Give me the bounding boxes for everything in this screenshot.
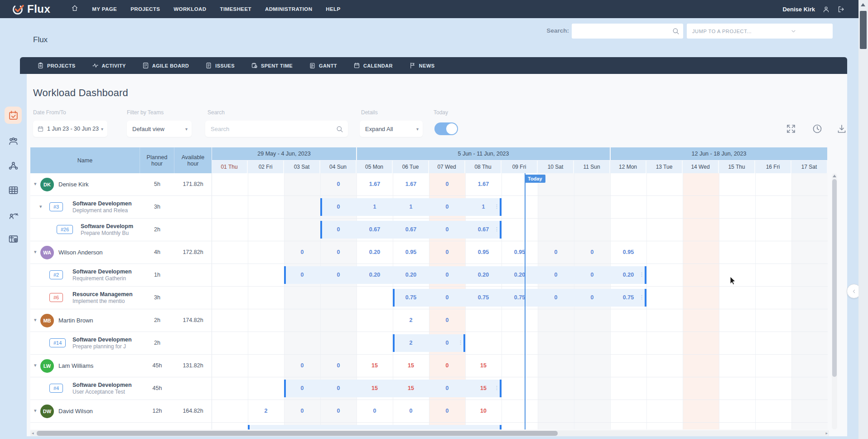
person-row[interactable]: ▾DWDavid Wilson12h164.82h20000010 bbox=[30, 400, 828, 423]
nav-item-projects[interactable]: PROJECTS bbox=[130, 6, 160, 12]
header-search-input[interactable] bbox=[572, 24, 683, 39]
tab-news[interactable]: NEWS bbox=[409, 62, 435, 69]
week-group-label: 12 Jun - 18 Jun, 2023 bbox=[692, 151, 747, 157]
day-hours-cell: 0 bbox=[284, 400, 320, 422]
available-hour-value: 164.82h bbox=[174, 400, 212, 422]
day-header-03-sat: 03 Sat bbox=[284, 161, 320, 173]
expand-caret[interactable]: ▾ bbox=[39, 204, 42, 210]
day-hours-cell: 0 bbox=[538, 264, 574, 286]
table-row-partial[interactable] bbox=[30, 423, 828, 429]
expand-caret[interactable]: ▾ bbox=[34, 317, 37, 323]
logged-in-user-name[interactable]: Denise Kirk bbox=[782, 6, 815, 13]
day-header-label: 11 Sun bbox=[583, 164, 600, 170]
table-vertical-scrollbar[interactable] bbox=[832, 173, 837, 429]
day-hours-cell: 1 bbox=[357, 196, 393, 218]
nav-item-timesheet[interactable]: TIMESHEET bbox=[220, 6, 251, 12]
teams-icon bbox=[8, 136, 19, 147]
scroll-right-arrow-icon[interactable]: ▸ bbox=[825, 430, 828, 436]
nav-item-help[interactable]: HELP bbox=[326, 6, 340, 12]
day-header-label: 07 Wed bbox=[437, 164, 456, 170]
task-project-name: Resource Managemen bbox=[72, 291, 139, 298]
task-row[interactable]: #6Resource ManagemenImplement the mentio… bbox=[30, 287, 828, 309]
sidebar-item-table[interactable] bbox=[5, 181, 22, 199]
sidebar-item-project-structure[interactable] bbox=[5, 157, 22, 174]
workload-search-input[interactable] bbox=[205, 121, 348, 137]
teams-filter-select[interactable]: Default view ▾ bbox=[127, 121, 192, 137]
day-header-label: 13 Tue bbox=[656, 164, 673, 170]
day-hours-cell: 0.67 bbox=[357, 219, 393, 241]
allocation-bar[interactable] bbox=[248, 425, 502, 429]
avatar-initials: MB bbox=[43, 318, 51, 323]
tab-projects[interactable]: PROJECTS bbox=[37, 62, 76, 69]
flux-logo[interactable]: Flux bbox=[12, 3, 50, 15]
task-row[interactable]: #2Software DevelopmenRequirement Gatheri… bbox=[30, 264, 828, 287]
planned-hour-value: 45h bbox=[140, 355, 174, 377]
issue-badge[interactable]: #26 bbox=[57, 225, 73, 234]
expand-caret[interactable]: ▾ bbox=[34, 249, 37, 255]
task-title: Software DevelopmenRequirement Gatherin bbox=[72, 268, 139, 282]
day-hours-cell: 0 bbox=[393, 400, 429, 422]
horizontal-scrollbar-thumb[interactable] bbox=[37, 431, 558, 436]
tab-label: AGILE BOARD bbox=[152, 63, 189, 68]
tab-issues[interactable]: ISSUES bbox=[205, 62, 235, 69]
issue-badge[interactable]: #6 bbox=[49, 293, 63, 302]
day-hours-cell: 0.75 bbox=[393, 287, 429, 309]
day-hours-cell: 0.75 bbox=[610, 287, 646, 309]
sidebar-item-teams[interactable] bbox=[5, 132, 22, 150]
day-hours-cell: 0.20 bbox=[610, 264, 646, 286]
user-profile-icon[interactable] bbox=[822, 5, 830, 13]
issue-badge[interactable]: #2 bbox=[49, 270, 63, 279]
home-nav-button[interactable] bbox=[71, 5, 78, 14]
issue-badge[interactable]: #3 bbox=[49, 202, 63, 211]
task-row[interactable]: #14Software DevelopmenPrepare planning f… bbox=[30, 332, 828, 355]
tab-calendar[interactable]: CALENDAR bbox=[353, 62, 393, 69]
workload-search-field[interactable] bbox=[210, 125, 336, 133]
search-filter-label: Search bbox=[207, 109, 225, 116]
task-row[interactable]: #4Software DevelopmenUser Acceptance Tes… bbox=[30, 377, 828, 400]
issue-badge[interactable]: #14 bbox=[49, 338, 66, 347]
nav-item-my-page[interactable]: MY PAGE bbox=[92, 6, 117, 12]
jump-to-project-select[interactable]: JUMP TO A PROJECT... bbox=[687, 24, 833, 39]
news-icon bbox=[409, 62, 416, 69]
expand-caret[interactable]: ▾ bbox=[34, 408, 37, 414]
day-hours-cell: 0.20 bbox=[465, 264, 502, 286]
expand-caret[interactable]: ▾ bbox=[34, 181, 37, 187]
scroll-left-arrow-icon[interactable]: ◂ bbox=[32, 430, 34, 436]
browser-scrollbar[interactable] bbox=[858, 0, 868, 439]
task-subject: User Acceptance Test bbox=[72, 389, 139, 395]
fullscreen-icon[interactable] bbox=[786, 123, 796, 134]
download-icon[interactable] bbox=[836, 123, 847, 134]
details-select[interactable]: Expand All ▾ bbox=[360, 121, 423, 137]
task-subject: Deployment and Relea bbox=[72, 207, 139, 214]
scroll-up-arrow-icon[interactable] bbox=[833, 175, 836, 177]
vertical-scrollbar-thumb[interactable] bbox=[832, 179, 837, 377]
table-horizontal-scrollbar[interactable]: ◂ ▸ bbox=[30, 430, 829, 436]
day-header-label: 01 Thu bbox=[221, 164, 237, 170]
sidebar-item-workload-calendar[interactable] bbox=[5, 107, 22, 124]
sidebar-item-settings-table[interactable] bbox=[5, 230, 22, 247]
person-row[interactable]: ▾WAWilson Anderson4h172.82h000.200.9500.… bbox=[30, 241, 828, 264]
today-line bbox=[525, 173, 526, 429]
day-hours-cell: 0 bbox=[429, 219, 465, 241]
day-hours-cell: 0 bbox=[357, 400, 393, 422]
tab-gantt[interactable]: GANTT bbox=[309, 62, 337, 69]
tab-activity[interactable]: ACTIVITY bbox=[92, 62, 126, 69]
logout-icon[interactable] bbox=[837, 5, 845, 13]
person-row[interactable]: ▾DKDenise Kirk5h171.82h01.671.6701.67 bbox=[30, 173, 828, 196]
issue-badge[interactable]: #4 bbox=[49, 384, 63, 393]
today-toggle[interactable] bbox=[434, 122, 458, 135]
nav-item-administration[interactable]: ADMINISTRATION bbox=[265, 6, 312, 12]
person-row[interactable]: ▾MBMartin Brown2h174.82h20 bbox=[30, 309, 828, 332]
history-clock-icon[interactable] bbox=[812, 123, 823, 134]
tab-agile-board[interactable]: AGILE BOARD bbox=[142, 62, 189, 69]
task-row[interactable]: #26Software DevelopmPrepare Monthly Bu2h… bbox=[30, 219, 828, 241]
date-range-picker[interactable]: 1 Jun 23 - 30 Jun 23 ▾ bbox=[33, 121, 107, 137]
browser-scrollbar-thumb[interactable] bbox=[860, 11, 867, 49]
task-row[interactable]: ▾#3Software DevelopmenDeployment and Rel… bbox=[30, 196, 828, 219]
nav-item-workload[interactable]: WORKLOAD bbox=[174, 6, 206, 12]
tab-spent-time[interactable]: SPENT TIME bbox=[251, 62, 293, 69]
expand-caret[interactable]: ▾ bbox=[34, 362, 37, 368]
person-row[interactable]: ▾LWLam Williams45h131.82h001515015 bbox=[30, 355, 828, 377]
sidebar-item-performance[interactable] bbox=[5, 205, 22, 223]
scroll-up-arrow-icon[interactable] bbox=[861, 3, 865, 6]
